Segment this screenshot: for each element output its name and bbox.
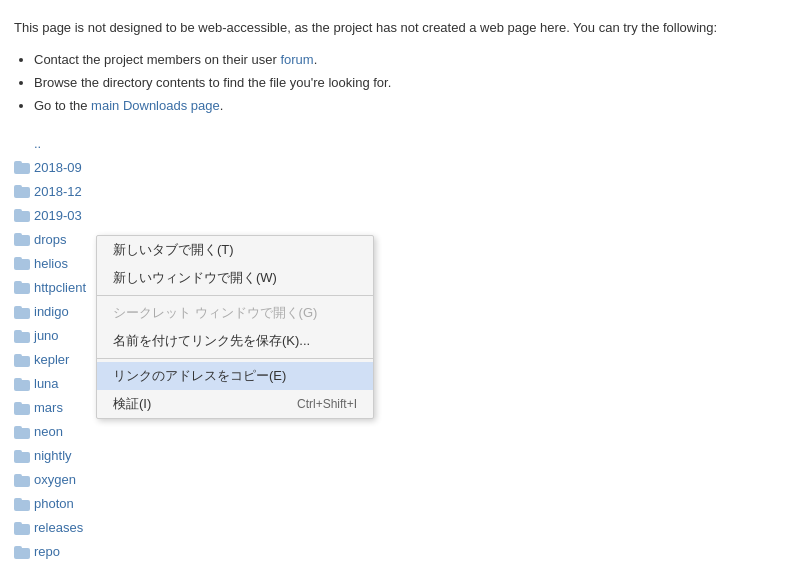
dir-link-2018-09[interactable]: 2018-09 [34,156,82,180]
dir-link-neon[interactable]: neon [34,420,63,444]
dir-link-helios[interactable]: helios [34,252,68,276]
dir-link-2019-03[interactable]: 2019-03 [34,204,82,228]
context-menu-item-label: 検証(I) [113,395,151,413]
bullet-3: Go to the main Downloads page. [34,94,792,117]
folder-icon [14,185,30,198]
bullet-2: Browse the directory contents to find th… [34,71,792,94]
context-menu-item-shortcut: Ctrl+Shift+I [297,397,357,411]
dir-link-repo[interactable]: repo [34,540,60,564]
dir-link-luna[interactable]: luna [34,372,59,396]
context-menu-item-label: 新しいタブで開く(T) [113,241,234,259]
list-item: repo [14,540,792,564]
folder-icon [14,450,30,463]
dir-link-nightly[interactable]: nightly [34,444,72,468]
list-item: photon [14,492,792,516]
dir-link-releases[interactable]: releases [34,516,83,540]
dir-link-photon[interactable]: photon [34,492,74,516]
context-menu-item-label: 新しいウィンドウで開く(W) [113,269,277,287]
folder-icon [14,402,30,415]
list-item: 2019-03 [14,204,792,228]
folder-icon [14,306,30,319]
dir-link-..[interactable]: .. [34,132,41,156]
dir-link-httpclient[interactable]: httpclient [34,276,86,300]
intro-text: This page is not designed to be web-acce… [14,18,792,38]
folder-icon [14,233,30,246]
folder-icon [14,426,30,439]
list-item: oxygen [14,468,792,492]
folder-icon [14,546,30,559]
dir-link-2018-12[interactable]: 2018-12 [34,180,82,204]
folder-icon [14,474,30,487]
context-menu-divider-1 [97,295,373,296]
context-menu-item-open-tab[interactable]: 新しいタブで開く(T) [97,236,373,264]
dir-link-juno[interactable]: juno [34,324,59,348]
dir-link-indigo[interactable]: indigo [34,300,69,324]
context-menu-item-label: リンクのアドレスをコピー(E) [113,367,286,385]
folder-icon [14,281,30,294]
dir-link-drops[interactable]: drops [34,228,67,252]
list-item: 2018-12 [14,180,792,204]
folder-icon [14,330,30,343]
dir-link-kepler[interactable]: kepler [34,348,69,372]
context-menu-item-label: シークレット ウィンドウで開く(G) [113,304,317,322]
list-item: .. [14,132,792,156]
context-menu-item-copy-link[interactable]: リンクのアドレスをコピー(E) [97,362,373,390]
bullet-list: Contact the project members on their use… [34,48,792,118]
folder-icon [14,378,30,391]
folder-icon [14,161,30,174]
context-menu-divider-2 [97,358,373,359]
context-menu-item-open-incognito: シークレット ウィンドウで開く(G) [97,299,373,327]
context-menu-item-inspect[interactable]: 検証(I)Ctrl+Shift+I [97,390,373,418]
dir-link-oxygen[interactable]: oxygen [34,468,76,492]
downloads-link[interactable]: main Downloads page [91,98,220,113]
folder-icon [14,257,30,270]
list-item: neon [14,420,792,444]
folder-icon [14,498,30,511]
context-menu-item-save-link[interactable]: 名前を付けてリンク先を保存(K)... [97,327,373,355]
list-item: nightly [14,444,792,468]
dir-link-mars[interactable]: mars [34,396,63,420]
list-item: 2018-09 [14,156,792,180]
list-item: releases [14,516,792,540]
folder-icon [14,354,30,367]
forum-link[interactable]: forum [280,52,313,67]
context-menu-item-label: 名前を付けてリンク先を保存(K)... [113,332,310,350]
context-menu-item-open-window[interactable]: 新しいウィンドウで開く(W) [97,264,373,292]
context-menu: 新しいタブで開く(T)新しいウィンドウで開く(W)シークレット ウィンドウで開く… [96,235,374,419]
bullet-1: Contact the project members on their use… [34,48,792,71]
folder-icon [14,522,30,535]
folder-icon [14,209,30,222]
